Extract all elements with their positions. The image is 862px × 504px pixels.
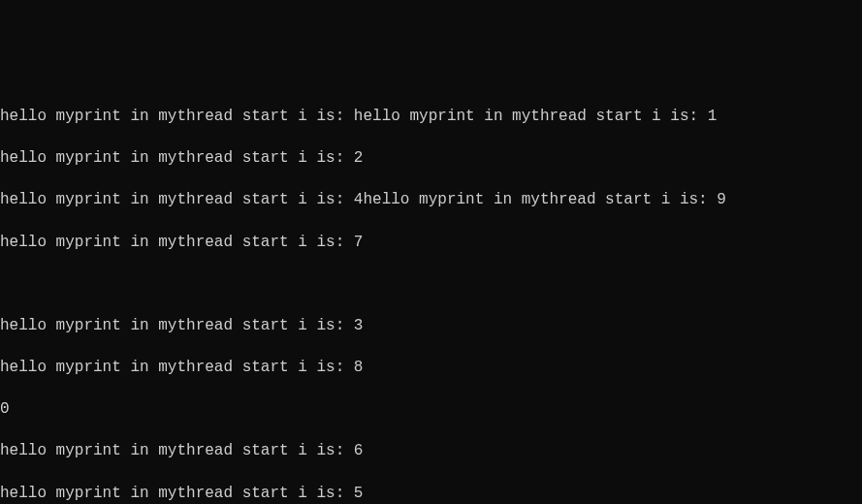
- terminal-line: hello myprint in mythread start i is: 6: [0, 441, 862, 462]
- terminal-line: hello myprint in mythread start i is: 4h…: [0, 190, 862, 211]
- terminal-line: 0: [0, 399, 862, 421]
- terminal-output: hello myprint in mythread start i is: he…: [0, 85, 862, 504]
- terminal-line: hello myprint in mythread start i is: 3: [0, 316, 862, 337]
- terminal-line: hello myprint in mythread start i is: he…: [0, 107, 862, 128]
- terminal-line: hello myprint in mythread start i is: 5: [0, 484, 862, 504]
- terminal-line: hello myprint in mythread start i is: 8: [0, 358, 862, 379]
- terminal-line: [0, 274, 862, 296]
- terminal-line: hello myprint in mythread start i is: 2: [0, 148, 862, 170]
- terminal-line: hello myprint in mythread start i is: 7: [0, 233, 862, 254]
